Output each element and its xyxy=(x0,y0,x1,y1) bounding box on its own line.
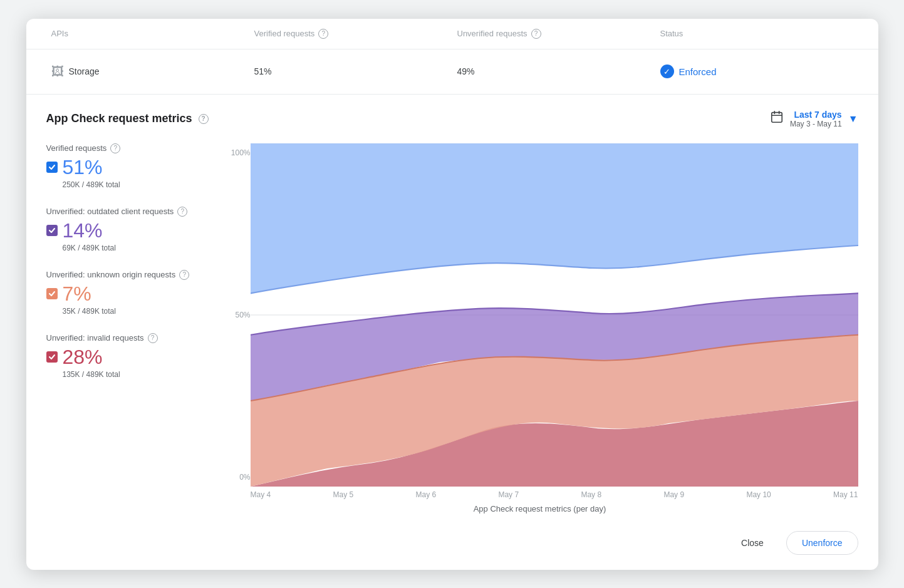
col-header-unverified-label: Unverified requests xyxy=(457,29,527,38)
legend-panel: Verified requests ? 51% 250K / 489K tota… xyxy=(46,143,222,521)
outdated-checkbox[interactable] xyxy=(46,225,58,236)
date-range-text: Last 7 days May 3 - May 11 xyxy=(790,110,842,128)
invalid-checkbox[interactable] xyxy=(46,351,58,363)
legend-verified: Verified requests ? 51% 250K / 489K tota… xyxy=(46,143,212,189)
col-header-unverified: Unverified requests ? xyxy=(452,19,655,49)
table-header: APIs Verified requests ? Unverified requ… xyxy=(26,19,878,49)
x-label-may6: May 6 xyxy=(415,490,436,499)
legend-outdated-label-row: Unverified: outdated client requests ? xyxy=(46,207,212,217)
calendar-icon xyxy=(770,110,784,127)
unknown-checkbox[interactable] xyxy=(46,288,58,299)
x-label-may9: May 9 xyxy=(663,490,684,499)
x-label-may10: May 10 xyxy=(746,490,771,499)
chart-area: Verified requests ? 51% 250K / 489K tota… xyxy=(46,143,858,521)
dialog-footer: Close Unenforce xyxy=(26,521,878,570)
metrics-help-icon[interactable]: ? xyxy=(199,114,209,124)
cell-unverified-pct: 49% xyxy=(452,56,655,86)
legend-outdated-label: Unverified: outdated client requests xyxy=(46,207,174,216)
unknown-percent: 7% xyxy=(63,282,91,306)
date-range-selector[interactable]: Last 7 days May 3 - May 11 ▼ xyxy=(770,110,858,128)
x-axis: May 4 May 5 May 6 May 7 May 8 May 9 May … xyxy=(222,487,858,502)
main-dialog: APIs Verified requests ? Unverified requ… xyxy=(26,19,878,570)
chevron-down-icon: ▼ xyxy=(848,113,858,125)
cell-verified-pct: 51% xyxy=(249,56,452,86)
area-chart xyxy=(251,143,858,487)
legend-verified-label-row: Verified requests ? xyxy=(46,143,212,153)
verified-checkbox[interactable] xyxy=(46,162,58,173)
legend-unknown-value-row: 7% xyxy=(46,282,212,306)
close-button[interactable]: Close xyxy=(726,532,779,554)
legend-unknown: Unverified: unknown origin requests ? 7%… xyxy=(46,270,212,316)
status-enforced: ✓ Enforced xyxy=(660,64,717,78)
legend-verified-label: Verified requests xyxy=(46,143,107,153)
col-header-apis-label: APIs xyxy=(51,29,68,38)
date-range-sub: May 3 - May 11 xyxy=(790,120,842,128)
svg-rect-0 xyxy=(772,113,782,123)
col-header-status: Status xyxy=(655,19,858,49)
main-content: App Check request metrics ? Last 7 days … xyxy=(26,95,878,521)
section-title: App Check request metrics ? xyxy=(46,112,209,125)
x-label-may4: May 4 xyxy=(251,490,271,499)
verified-total: 250K / 489K total xyxy=(63,180,212,189)
invalid-legend-help-icon[interactable]: ? xyxy=(148,333,158,343)
api-name: Storage xyxy=(69,66,100,76)
verified-percent: 51% xyxy=(63,156,103,179)
legend-outdated: Unverified: outdated client requests ? 1… xyxy=(46,207,212,252)
x-label-may5: May 5 xyxy=(333,490,353,499)
x-label-may11: May 11 xyxy=(833,490,858,499)
unknown-total: 35K / 489K total xyxy=(63,307,212,316)
legend-invalid-value-row: 28% xyxy=(46,346,212,369)
metrics-title: App Check request metrics xyxy=(46,112,192,125)
y-label-0: 0% xyxy=(222,473,251,482)
legend-invalid: Unverified: invalid requests ? 28% 135K … xyxy=(46,333,212,379)
unverified-help-icon[interactable]: ? xyxy=(531,29,541,39)
table-row: 🖼 Storage 51% 49% ✓ Enforced xyxy=(26,49,878,95)
x-label-may8: May 8 xyxy=(581,490,601,499)
chart-wrapper: 100% 50% 0% xyxy=(222,143,858,487)
col-header-verified: Verified requests ? xyxy=(249,19,452,49)
legend-invalid-label: Unverified: invalid requests xyxy=(46,333,144,343)
legend-outdated-value-row: 14% xyxy=(46,219,212,242)
verified-legend-help-icon[interactable]: ? xyxy=(110,143,120,153)
storage-icon: 🖼 xyxy=(51,64,64,79)
y-axis: 100% 50% 0% xyxy=(222,143,251,487)
unverified-pct-value: 49% xyxy=(457,66,475,76)
outdated-percent: 14% xyxy=(63,219,103,242)
cell-api: 🖼 Storage xyxy=(46,54,249,89)
verified-area xyxy=(251,143,858,293)
chart-container: 100% 50% 0% xyxy=(222,143,858,521)
chart-title: App Check request metrics (per day) xyxy=(222,502,858,521)
verified-help-icon[interactable]: ? xyxy=(318,29,328,39)
enforced-label: Enforced xyxy=(679,66,717,77)
outdated-legend-help-icon[interactable]: ? xyxy=(177,207,187,217)
x-label-may7: May 7 xyxy=(498,490,519,499)
unenforce-button[interactable]: Unenforce xyxy=(786,531,858,555)
section-header: App Check request metrics ? Last 7 days … xyxy=(46,110,858,128)
col-header-verified-label: Verified requests xyxy=(254,29,315,38)
y-label-50: 50% xyxy=(222,311,251,319)
cell-status: ✓ Enforced xyxy=(655,54,858,88)
y-label-100: 100% xyxy=(222,148,251,157)
enforced-check-icon: ✓ xyxy=(660,64,674,78)
col-header-status-label: Status xyxy=(660,29,683,38)
date-range-label: Last 7 days xyxy=(790,110,842,120)
legend-unknown-label-row: Unverified: unknown origin requests ? xyxy=(46,270,212,280)
unknown-legend-help-icon[interactable]: ? xyxy=(179,270,189,280)
legend-verified-value-row: 51% xyxy=(46,156,212,179)
invalid-total: 135K / 489K total xyxy=(63,370,212,379)
verified-pct-value: 51% xyxy=(254,66,272,76)
invalid-percent: 28% xyxy=(63,346,103,369)
outdated-total: 69K / 489K total xyxy=(63,244,212,252)
legend-invalid-label-row: Unverified: invalid requests ? xyxy=(46,333,212,343)
legend-unknown-label: Unverified: unknown origin requests xyxy=(46,270,176,279)
col-header-apis: APIs xyxy=(46,19,249,49)
